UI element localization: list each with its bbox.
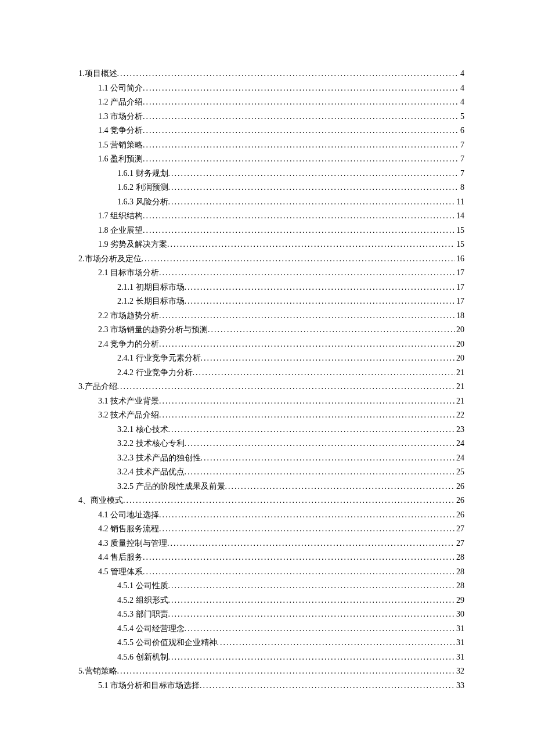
toc-entry[interactable]: 3.2.1 核心技术23 (78, 423, 464, 437)
toc-leader-dots (143, 124, 459, 138)
toc-entry[interactable]: 4.5.5 公司价值观和企业精神31 (78, 636, 464, 650)
toc-leader-dots (159, 394, 455, 409)
toc-entry[interactable]: 2.4 竞争力的分析20 (78, 337, 464, 352)
toc-entry-title: 2.4.1 行业竞争元素分析 (117, 351, 201, 366)
toc-entry-title: 2.1 目标市场分析 (98, 266, 159, 280)
toc-entry-title: 1.4 竞争分析 (98, 124, 143, 138)
toc-entry[interactable]: 3.2.4 技术产品优点25 (78, 465, 464, 480)
toc-leader-dots (143, 138, 459, 153)
toc-leader-dots (143, 95, 459, 110)
toc-entry[interactable]: 3.2.2 技术核心专利24 (78, 437, 464, 451)
toc-entry-page: 21 (455, 366, 464, 380)
toc-entry-page: 7 (459, 138, 464, 153)
toc-entry-title: 4.5.3 部门职责 (117, 607, 168, 622)
toc-entry-page: 27 (455, 522, 464, 537)
toc-entry[interactable]: 1.2 产品介绍4 (78, 95, 464, 110)
toc-leader-dots (168, 195, 456, 210)
toc-leader-dots (201, 351, 456, 366)
toc-entry-title: 4.5.5 公司价值观和企业精神 (117, 636, 217, 650)
toc-entry-page: 25 (455, 465, 464, 480)
toc-entry-title: 3.2.1 核心技术 (117, 423, 168, 437)
toc-entry[interactable]: 5.1 市场分析和目标市场选择33 (78, 679, 464, 693)
toc-entry-title: 1.项目概述 (78, 67, 117, 81)
toc-leader-dots (117, 67, 460, 81)
toc-leader-dots (185, 280, 456, 295)
toc-entry[interactable]: 5.营销策略32 (78, 664, 464, 679)
toc-leader-dots (143, 209, 455, 224)
toc-entry[interactable]: 1.6.3 风险分析11 (78, 195, 464, 210)
toc-entry[interactable]: 2.市场分析及定位16 (78, 252, 464, 267)
toc-leader-dots (159, 522, 455, 537)
toc-entry[interactable]: 1.1 公司简介4 (78, 81, 464, 96)
toc-entry[interactable]: 1.6.1 财务规划7 (78, 167, 464, 181)
toc-entry[interactable]: 1.6.2 利润预测8 (78, 181, 464, 195)
toc-leader-dots (185, 465, 456, 480)
toc-entry-page: 20 (455, 351, 464, 366)
toc-entry[interactable]: 2.2 市场趋势分析18 (78, 309, 464, 323)
toc-entry-page: 15 (455, 237, 464, 252)
toc-entry-page: 20 (455, 337, 464, 352)
toc-entry-page: 26 (455, 494, 464, 508)
toc-entry[interactable]: 3.产品介绍21 (78, 380, 464, 394)
toc-entry[interactable]: 1.5 营销策略7 (78, 138, 464, 153)
toc-leader-dots (143, 224, 455, 238)
toc-entry-title: 3.2.5 产品的阶段性成果及前景 (117, 480, 225, 494)
toc-entry-page: 14 (455, 209, 464, 224)
toc-entry[interactable]: 4.4 售后服务28 (78, 550, 464, 565)
toc-entry[interactable]: 1.4 竞争分析6 (78, 124, 464, 138)
toc-entry-title: 2.4 竞争力的分析 (98, 337, 159, 352)
toc-entry[interactable]: 1.6 盈利预测7 (78, 152, 464, 167)
toc-entry[interactable]: 1.3 市场分析5 (78, 110, 464, 124)
toc-leader-dots (167, 537, 455, 551)
toc-entry[interactable]: 1.7 组织结构14 (78, 209, 464, 224)
table-of-contents: 1.项目概述41.1 公司简介41.2 产品介绍41.3 市场分析51.4 竞争… (78, 67, 464, 693)
toc-entry-title: 1.6.2 利润预测 (117, 181, 168, 195)
toc-entry[interactable]: 2.4.2 行业竞争力分析21 (78, 366, 464, 380)
toc-entry[interactable]: 3.2.5 产品的阶段性成果及前景26 (78, 480, 464, 494)
toc-entry[interactable]: 3.1 技术产业背景21 (78, 394, 464, 409)
toc-entry[interactable]: 2.1.2 长期目标市场17 (78, 294, 464, 309)
toc-entry-page: 26 (455, 480, 464, 494)
toc-entry-page: 23 (455, 423, 464, 437)
toc-entry-page: 26 (455, 508, 464, 523)
toc-leader-dots (168, 579, 456, 593)
toc-entry-page: 28 (455, 565, 464, 579)
toc-entry[interactable]: 4.5.4 公司经营理念31 (78, 622, 464, 636)
toc-leader-dots (123, 494, 455, 508)
toc-entry[interactable]: 4、商业模式26 (78, 494, 464, 508)
toc-entry-title: 1.6.1 财务规划 (117, 167, 168, 181)
toc-entry[interactable]: 4.5.1 公司性质28 (78, 579, 464, 593)
toc-entry[interactable]: 1.9 劣势及解决方案15 (78, 237, 464, 252)
toc-entry[interactable]: 4.2 销售服务流程27 (78, 522, 464, 537)
toc-entry[interactable]: 2.1.1 初期目标市场17 (78, 280, 464, 295)
toc-leader-dots (208, 323, 455, 337)
toc-entry-page: 4 (459, 81, 464, 96)
toc-entry-page: 7 (459, 167, 464, 181)
toc-entry-title: 1.1 公司简介 (98, 81, 143, 96)
toc-entry-title: 5.营销策略 (78, 664, 117, 679)
toc-entry-title: 2.市场分析及定位 (78, 252, 142, 267)
toc-entry[interactable]: 4.5.2 组织形式29 (78, 593, 464, 608)
toc-leader-dots (159, 508, 455, 523)
toc-entry[interactable]: 4.1 公司地址选择26 (78, 508, 464, 523)
toc-entry[interactable]: 2.4.1 行业竞争元素分析20 (78, 351, 464, 366)
toc-entry[interactable]: 1.项目概述4 (78, 67, 464, 81)
toc-entry-title: 2.3 市场销量的趋势分析与预测 (98, 323, 208, 337)
toc-entry[interactable]: 4.5.3 部门职责30 (78, 607, 464, 622)
toc-entry[interactable]: 4.5.6 创新机制31 (78, 650, 464, 665)
toc-entry[interactable]: 2.1 目标市场分析17 (78, 266, 464, 280)
toc-entry[interactable]: 3.2 技术产品介绍22 (78, 408, 464, 423)
toc-entry-title: 1.6.3 风险分析 (117, 195, 168, 210)
toc-entry-page: 7 (459, 152, 464, 167)
toc-entry[interactable]: 4.5 管理体系28 (78, 565, 464, 579)
toc-entry[interactable]: 3.2.3 技术产品的独创性24 (78, 451, 464, 466)
toc-entry-page: 21 (455, 380, 464, 394)
toc-leader-dots (217, 636, 456, 650)
toc-entry-page: 8 (459, 181, 464, 195)
toc-entry[interactable]: 4.3 质量控制与管理27 (78, 537, 464, 551)
toc-leader-dots (143, 550, 455, 565)
toc-entry[interactable]: 1.8 企业展望15 (78, 224, 464, 238)
toc-entry-title: 3.2 技术产品介绍 (98, 408, 159, 423)
toc-entry[interactable]: 2.3 市场销量的趋势分析与预测20 (78, 323, 464, 337)
toc-leader-dots (168, 593, 456, 608)
